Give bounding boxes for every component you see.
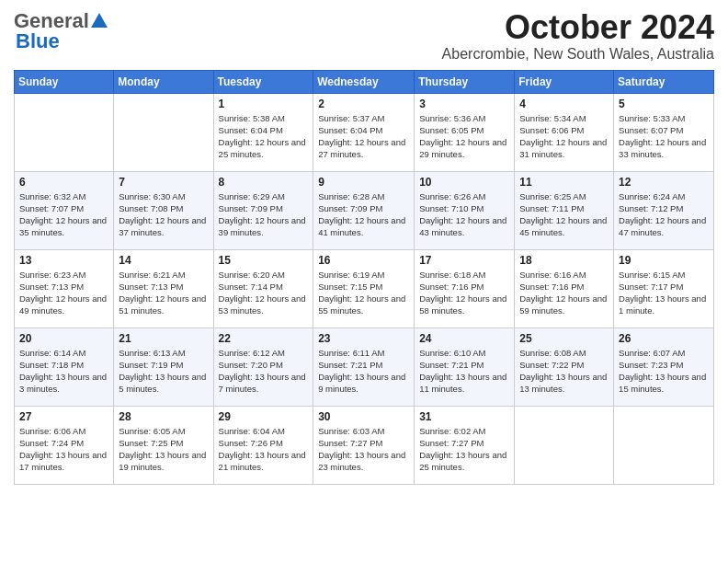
calendar-week-4: 20Sunrise: 6:14 AMSunset: 7:18 PMDayligh… xyxy=(15,327,714,406)
calendar-cell: 5Sunrise: 5:33 AMSunset: 6:07 PMDaylight… xyxy=(614,93,714,171)
calendar-cell: 13Sunrise: 6:23 AMSunset: 7:13 PMDayligh… xyxy=(15,249,114,327)
day-detail: Sunrise: 6:25 AMSunset: 7:11 PMDaylight:… xyxy=(519,190,609,239)
day-detail: Sunrise: 6:05 AMSunset: 7:25 PMDaylight:… xyxy=(119,425,208,474)
day-number: 23 xyxy=(318,332,409,345)
day-number: 29 xyxy=(219,410,309,423)
day-detail: Sunrise: 6:19 AMSunset: 7:15 PMDaylight:… xyxy=(318,269,409,317)
day-number: 13 xyxy=(19,254,108,267)
calendar-week-2: 6Sunrise: 6:32 AMSunset: 7:07 PMDaylight… xyxy=(15,171,714,249)
column-header-wednesday: Wednesday xyxy=(313,70,415,93)
column-header-sunday: Sunday xyxy=(15,70,114,93)
day-number: 31 xyxy=(419,410,509,423)
calendar-cell: 21Sunrise: 6:13 AMSunset: 7:19 PMDayligh… xyxy=(114,327,213,406)
calendar-header-row: SundayMondayTuesdayWednesdayThursdayFrid… xyxy=(15,70,714,93)
calendar-cell: 16Sunrise: 6:19 AMSunset: 7:15 PMDayligh… xyxy=(313,249,415,327)
calendar-cell: 22Sunrise: 6:12 AMSunset: 7:20 PMDayligh… xyxy=(213,327,313,406)
day-detail: Sunrise: 6:15 AMSunset: 7:17 PMDaylight:… xyxy=(619,269,709,317)
calendar-cell: 23Sunrise: 6:11 AMSunset: 7:21 PMDayligh… xyxy=(313,327,415,406)
calendar-cell: 17Sunrise: 6:18 AMSunset: 7:16 PMDayligh… xyxy=(415,249,515,327)
calendar-cell: 30Sunrise: 6:03 AMSunset: 7:27 PMDayligh… xyxy=(313,406,415,484)
calendar-cell: 28Sunrise: 6:05 AMSunset: 7:25 PMDayligh… xyxy=(114,406,213,484)
day-number: 3 xyxy=(419,98,509,110)
calendar-cell: 29Sunrise: 6:04 AMSunset: 7:26 PMDayligh… xyxy=(213,406,313,484)
svg-marker-0 xyxy=(91,13,108,28)
day-detail: Sunrise: 6:07 AMSunset: 7:23 PMDaylight:… xyxy=(619,347,709,396)
day-number: 8 xyxy=(219,176,309,189)
day-detail: Sunrise: 6:13 AMSunset: 7:19 PMDaylight:… xyxy=(119,347,208,396)
day-detail: Sunrise: 6:14 AMSunset: 7:18 PMDaylight:… xyxy=(19,347,108,396)
day-detail: Sunrise: 5:33 AMSunset: 6:07 PMDaylight:… xyxy=(619,112,709,161)
day-detail: Sunrise: 6:06 AMSunset: 7:24 PMDaylight:… xyxy=(19,425,108,474)
day-number: 25 xyxy=(519,332,609,345)
day-detail: Sunrise: 5:38 AMSunset: 6:04 PMDaylight:… xyxy=(219,112,309,161)
day-detail: Sunrise: 6:08 AMSunset: 7:22 PMDaylight:… xyxy=(519,347,609,396)
day-detail: Sunrise: 6:26 AMSunset: 7:10 PMDaylight:… xyxy=(419,190,509,239)
logo-icon xyxy=(89,11,109,31)
day-number: 1 xyxy=(219,98,309,110)
location-title: Abercrombie, New South Wales, Australia xyxy=(442,46,714,63)
calendar-cell: 3Sunrise: 5:36 AMSunset: 6:05 PMDaylight… xyxy=(415,93,515,171)
day-number: 11 xyxy=(519,176,609,189)
calendar-week-3: 13Sunrise: 6:23 AMSunset: 7:13 PMDayligh… xyxy=(15,249,714,327)
day-number: 10 xyxy=(419,176,509,189)
day-detail: Sunrise: 6:32 AMSunset: 7:07 PMDaylight:… xyxy=(19,190,108,239)
day-detail: Sunrise: 6:28 AMSunset: 7:09 PMDaylight:… xyxy=(318,190,409,239)
day-number: 18 xyxy=(519,254,609,267)
day-number: 4 xyxy=(519,98,609,110)
calendar-cell: 7Sunrise: 6:30 AMSunset: 7:08 PMDaylight… xyxy=(114,171,213,249)
day-detail: Sunrise: 5:37 AMSunset: 6:04 PMDaylight:… xyxy=(318,112,409,161)
day-detail: Sunrise: 6:23 AMSunset: 7:13 PMDaylight:… xyxy=(19,269,108,317)
day-detail: Sunrise: 6:10 AMSunset: 7:21 PMDaylight:… xyxy=(419,347,509,396)
title-section: October 2024 Abercrombie, New South Wale… xyxy=(442,9,714,63)
day-number: 15 xyxy=(219,254,309,267)
day-detail: Sunrise: 6:03 AMSunset: 7:27 PMDaylight:… xyxy=(318,425,409,474)
calendar-cell: 26Sunrise: 6:07 AMSunset: 7:23 PMDayligh… xyxy=(614,327,714,406)
day-number: 26 xyxy=(619,332,709,345)
column-header-monday: Monday xyxy=(114,70,213,93)
page-header: General Blue October 2024 Abercrombie, N… xyxy=(14,9,714,63)
column-header-thursday: Thursday xyxy=(415,70,515,93)
day-detail: Sunrise: 6:18 AMSunset: 7:16 PMDaylight:… xyxy=(419,269,509,317)
calendar-cell: 18Sunrise: 6:16 AMSunset: 7:16 PMDayligh… xyxy=(515,249,614,327)
day-detail: Sunrise: 6:20 AMSunset: 7:14 PMDaylight:… xyxy=(219,269,309,317)
day-detail: Sunrise: 6:29 AMSunset: 7:09 PMDaylight:… xyxy=(219,190,309,239)
day-number: 17 xyxy=(419,254,509,267)
day-detail: Sunrise: 6:21 AMSunset: 7:13 PMDaylight:… xyxy=(119,269,208,317)
calendar-cell: 6Sunrise: 6:32 AMSunset: 7:07 PMDaylight… xyxy=(15,171,114,249)
calendar-cell: 2Sunrise: 5:37 AMSunset: 6:04 PMDaylight… xyxy=(313,93,415,171)
calendar-cell xyxy=(515,406,614,484)
logo: General Blue xyxy=(14,9,109,53)
column-header-tuesday: Tuesday xyxy=(213,70,313,93)
calendar-week-5: 27Sunrise: 6:06 AMSunset: 7:24 PMDayligh… xyxy=(15,406,714,484)
calendar-week-1: 1Sunrise: 5:38 AMSunset: 6:04 PMDaylight… xyxy=(15,93,714,171)
calendar-cell: 25Sunrise: 6:08 AMSunset: 7:22 PMDayligh… xyxy=(515,327,614,406)
calendar-cell: 11Sunrise: 6:25 AMSunset: 7:11 PMDayligh… xyxy=(515,171,614,249)
day-detail: Sunrise: 6:24 AMSunset: 7:12 PMDaylight:… xyxy=(619,190,709,239)
logo-blue-text: Blue xyxy=(16,29,60,52)
calendar-cell: 19Sunrise: 6:15 AMSunset: 7:17 PMDayligh… xyxy=(614,249,714,327)
day-detail: Sunrise: 6:11 AMSunset: 7:21 PMDaylight:… xyxy=(318,347,409,396)
day-detail: Sunrise: 6:16 AMSunset: 7:16 PMDaylight:… xyxy=(519,269,609,317)
day-detail: Sunrise: 5:34 AMSunset: 6:06 PMDaylight:… xyxy=(519,112,609,161)
column-header-saturday: Saturday xyxy=(614,70,714,93)
day-number: 20 xyxy=(19,332,108,345)
day-detail: Sunrise: 6:12 AMSunset: 7:20 PMDaylight:… xyxy=(219,347,309,396)
calendar-cell: 12Sunrise: 6:24 AMSunset: 7:12 PMDayligh… xyxy=(614,171,714,249)
day-number: 24 xyxy=(419,332,509,345)
day-number: 21 xyxy=(119,332,208,345)
calendar-cell: 1Sunrise: 5:38 AMSunset: 6:04 PMDaylight… xyxy=(213,93,313,171)
month-title: October 2024 xyxy=(442,9,714,46)
calendar-cell: 14Sunrise: 6:21 AMSunset: 7:13 PMDayligh… xyxy=(114,249,213,327)
day-number: 2 xyxy=(318,98,409,110)
calendar-cell: 20Sunrise: 6:14 AMSunset: 7:18 PMDayligh… xyxy=(15,327,114,406)
day-number: 12 xyxy=(619,176,709,189)
day-number: 16 xyxy=(318,254,409,267)
calendar-cell: 10Sunrise: 6:26 AMSunset: 7:10 PMDayligh… xyxy=(415,171,515,249)
day-number: 5 xyxy=(619,98,709,110)
column-header-friday: Friday xyxy=(515,70,614,93)
calendar-cell: 27Sunrise: 6:06 AMSunset: 7:24 PMDayligh… xyxy=(15,406,114,484)
calendar-cell: 4Sunrise: 5:34 AMSunset: 6:06 PMDaylight… xyxy=(515,93,614,171)
day-number: 22 xyxy=(219,332,309,345)
calendar-cell xyxy=(614,406,714,484)
calendar-cell: 8Sunrise: 6:29 AMSunset: 7:09 PMDaylight… xyxy=(213,171,313,249)
